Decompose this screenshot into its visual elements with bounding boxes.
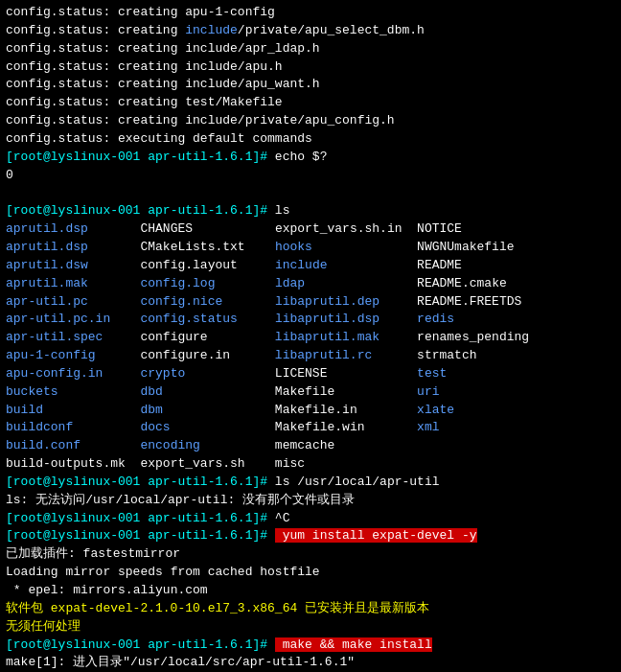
terminal-line: aprutil.mak config.log ldap README.cmake xyxy=(6,275,615,293)
terminal-line: config.status: creating include/apu_want… xyxy=(6,76,615,94)
terminal-line: aprutil.dsp CHANGES export_vars.sh.in NO… xyxy=(6,220,615,239)
terminal-line: [root@lyslinux-001 apr-util-1.6.1]# echo… xyxy=(6,149,615,167)
terminal-line: ls: 无法访问/usr/local/apr-util: 没有那个文件或目录 xyxy=(6,492,615,510)
terminal-line: config.status: creating include/apu.h xyxy=(6,58,615,77)
terminal-line: make[1]: 进入目录"/usr/local/src/apr-util-1.… xyxy=(6,654,615,672)
terminal-line: buildconf docs Makefile.win xml xyxy=(6,419,615,437)
terminal-line: config.status: executing default command… xyxy=(6,130,615,149)
terminal-line: config.status: creating test/Makefile xyxy=(6,94,615,112)
terminal-line: 0 xyxy=(6,167,615,185)
terminal-line: aprutil.dsw config.layout include README xyxy=(6,257,615,275)
terminal-line: 软件包 expat-devel-2.1.0-10.el7_3.x86_64 已安… xyxy=(6,600,615,618)
terminal-line: * epel: mirrors.aliyun.com xyxy=(6,582,615,600)
terminal-line: config.status: creating apu-1-config xyxy=(6,4,615,22)
terminal-line: 已加载插件: fastestmirror xyxy=(6,545,615,564)
terminal-line: config.status: creating include/apr_ldap… xyxy=(6,40,615,58)
terminal-line: buckets dbd Makefile uri xyxy=(6,383,615,402)
terminal-line: apr-util.pc config.nice libaprutil.dep R… xyxy=(6,293,615,312)
terminal-line: apu-1-config configure.in libaprutil.rc … xyxy=(6,347,615,365)
terminal-line: [root@lyslinux-001 apr-util-1.6.1]# ls xyxy=(6,202,615,220)
terminal-line: build dbm Makefile.in xlate xyxy=(6,402,615,420)
terminal-line: config.status: creating include/private/… xyxy=(6,22,615,40)
terminal-line: aprutil.dsp CMakeLists.txt hooks NWGNUma… xyxy=(6,239,615,257)
terminal-line: [root@lyslinux-001 apr-util-1.6.1]# make… xyxy=(6,637,615,655)
terminal-line: build.conf encoding memcache xyxy=(6,437,615,455)
terminal-line: config.status: creating include/private/… xyxy=(6,112,615,130)
terminal-line: apr-util.spec configure libaprutil.mak r… xyxy=(6,329,615,347)
terminal-line: apu-config.in crypto LICENSE test xyxy=(6,365,615,383)
terminal-line: apr-util.pc.in config.status libaprutil.… xyxy=(6,311,615,329)
terminal-line: build-outputs.mk export_vars.sh misc xyxy=(6,455,615,474)
terminal-line xyxy=(6,184,615,202)
terminal: config.status: creating apu-1-config con… xyxy=(0,0,621,672)
terminal-line: [root@lyslinux-001 apr-util-1.6.1]# ^C xyxy=(6,510,615,528)
terminal-line: [root@lyslinux-001 apr-util-1.6.1]# yum … xyxy=(6,527,615,545)
terminal-line: Loading mirror speeds from cached hostfi… xyxy=(6,564,615,582)
terminal-line: [root@lyslinux-001 apr-util-1.6.1]# ls /… xyxy=(6,474,615,492)
terminal-line: 无须任何处理 xyxy=(6,618,615,637)
